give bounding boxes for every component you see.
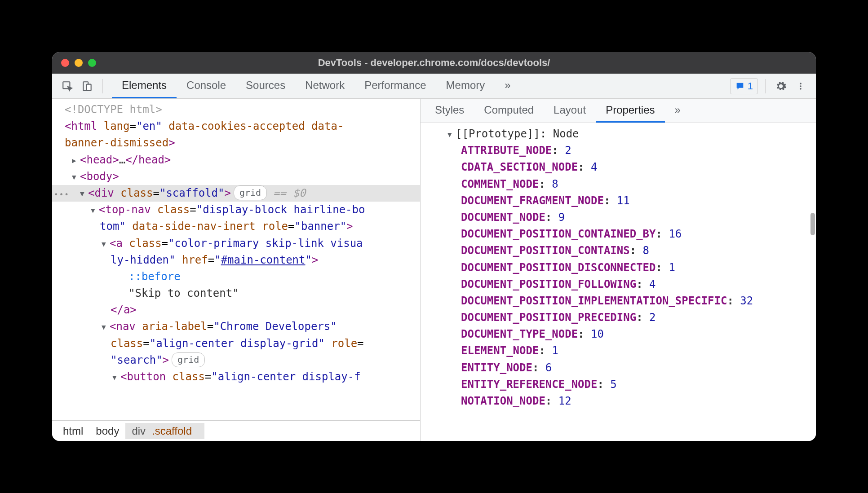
dom-html-open[interactable]: <html lang="en" data-cookies-accepted da…: [52, 118, 420, 135]
issues-badge[interactable]: 1: [730, 78, 758, 94]
main-toolbar: Elements Console Sources Network Perform…: [52, 74, 816, 99]
dom-nav[interactable]: ▼<nav aria-label="Chrome Developers": [52, 318, 420, 335]
toolbar-separator: [102, 79, 103, 93]
devtools-window: DevTools - developer.chrome.com/docs/dev…: [52, 52, 816, 441]
property-row[interactable]: DOCUMENT_POSITION_CONTAINED_BY: 16: [421, 226, 816, 242]
property-row[interactable]: ENTITY_REFERENCE_NODE: 5: [421, 376, 816, 393]
toolbar-right: 1: [730, 78, 809, 94]
dom-before[interactable]: ::before: [52, 269, 420, 285]
property-row[interactable]: DOCUMENT_POSITION_IMPLEMENTATION_SPECIFI…: [421, 293, 816, 309]
tab-sources[interactable]: Sources: [236, 74, 295, 98]
tab-network[interactable]: Network: [295, 74, 354, 98]
grid-badge[interactable]: grid: [172, 352, 205, 367]
property-row[interactable]: DOCUMENT_FRAGMENT_NODE: 11: [421, 193, 816, 209]
breadcrumb-scaffold[interactable]: div.scaffold: [125, 423, 204, 439]
dom-skip-text[interactable]: "Skip to content": [52, 285, 420, 302]
tab-layout[interactable]: Layout: [544, 99, 596, 123]
dom-doctype[interactable]: <!DOCTYPE html>: [52, 101, 420, 118]
dom-topnav[interactable]: ▼<top-nav class="display-block hairline-…: [52, 202, 420, 218]
property-row[interactable]: DOCUMENT_POSITION_DISCONNECTED: 1: [421, 260, 816, 276]
dom-body[interactable]: ▼<body>: [52, 168, 420, 185]
svg-point-3: [800, 83, 802, 84]
main-tabs: Elements Console Sources Network Perform…: [112, 74, 521, 98]
svg-point-4: [800, 85, 802, 87]
breadcrumb-html[interactable]: html: [57, 423, 89, 439]
tab-properties[interactable]: Properties: [596, 99, 664, 123]
grid-badge[interactable]: grid: [234, 185, 267, 200]
inspect-icon[interactable]: [59, 78, 75, 94]
dom-topnav-2[interactable]: tom" data-side-nav-inert role="banner">: [52, 218, 420, 235]
proto-row[interactable]: ▼[[Prototype]]: Node: [421, 126, 816, 142]
property-row[interactable]: DOCUMENT_POSITION_FOLLOWING: 4: [421, 276, 816, 293]
maximize-button[interactable]: [88, 59, 96, 67]
dom-a-2[interactable]: ly-hidden" href="#main-content">: [52, 252, 420, 269]
property-row[interactable]: NOTATION_NODE: 12: [421, 393, 816, 409]
tab-computed[interactable]: Computed: [474, 99, 544, 123]
dom-tree[interactable]: <!DOCTYPE html> <html lang="en" data-coo…: [52, 99, 420, 420]
property-row[interactable]: DOCUMENT_NODE: 9: [421, 209, 816, 226]
settings-icon[interactable]: [773, 78, 789, 94]
sidebar-pane: Styles Computed Layout Properties » ▼[[P…: [421, 99, 816, 441]
issues-count: 1: [748, 80, 753, 92]
tab-performance[interactable]: Performance: [354, 74, 436, 98]
toolbar-separator: [765, 79, 766, 93]
dom-nav-3[interactable]: "search">grid: [52, 352, 420, 369]
svg-rect-2: [87, 84, 91, 90]
dom-a[interactable]: ▼<a class="color-primary skip-link visua: [52, 235, 420, 252]
tab-memory[interactable]: Memory: [436, 74, 495, 98]
close-button[interactable]: [61, 59, 69, 67]
dom-button[interactable]: ▼<button class="align-center display-f: [52, 369, 420, 385]
dom-scaffold[interactable]: ▼<div class="scaffold">grid== $0: [52, 185, 420, 202]
tab-elements[interactable]: Elements: [112, 74, 177, 98]
tab-more[interactable]: »: [495, 74, 520, 98]
property-row[interactable]: ENTITY_NODE: 6: [421, 360, 816, 376]
property-row[interactable]: DOCUMENT_TYPE_NODE: 10: [421, 326, 816, 343]
breadcrumb: html body div.scaffold: [52, 420, 420, 441]
window-controls: [52, 59, 96, 67]
minimize-button[interactable]: [75, 59, 83, 67]
properties-list[interactable]: ▼[[Prototype]]: Node ATTRIBUTE_NODE: 2CD…: [421, 123, 816, 441]
dom-head[interactable]: ▶<head>…</head>: [52, 152, 420, 168]
issues-icon: [735, 81, 745, 91]
breadcrumb-body[interactable]: body: [89, 423, 125, 439]
elements-pane: <!DOCTYPE html> <html lang="en" data-coo…: [52, 99, 421, 441]
svg-point-5: [800, 88, 802, 90]
property-row[interactable]: COMMENT_NODE: 8: [421, 176, 816, 193]
content-area: <!DOCTYPE html> <html lang="en" data-coo…: [52, 99, 816, 441]
titlebar: DevTools - developer.chrome.com/docs/dev…: [52, 52, 816, 74]
scrollbar-thumb[interactable]: [810, 213, 815, 235]
sidebar-tabs: Styles Computed Layout Properties »: [421, 99, 816, 123]
property-row[interactable]: ELEMENT_NODE: 1: [421, 343, 816, 359]
device-toggle-icon[interactable]: [79, 78, 95, 94]
window-title: DevTools - developer.chrome.com/docs/dev…: [318, 57, 550, 69]
dom-html-open-2[interactable]: banner-dismissed>: [52, 135, 420, 151]
eq0-marker: == $0: [273, 187, 306, 199]
property-row[interactable]: CDATA_SECTION_NODE: 4: [421, 159, 816, 176]
tab-styles[interactable]: Styles: [425, 99, 474, 123]
property-row[interactable]: DOCUMENT_POSITION_CONTAINS: 8: [421, 242, 816, 259]
dom-nav-2[interactable]: class="align-center display-grid" role=: [52, 335, 420, 352]
tab-more-sidebar[interactable]: »: [665, 99, 691, 123]
property-row[interactable]: ATTRIBUTE_NODE: 2: [421, 142, 816, 159]
property-row[interactable]: DOCUMENT_POSITION_PRECEDING: 2: [421, 309, 816, 326]
dom-a-close[interactable]: </a>: [52, 302, 420, 318]
tab-console[interactable]: Console: [177, 74, 236, 98]
kebab-menu-icon[interactable]: [793, 78, 809, 94]
